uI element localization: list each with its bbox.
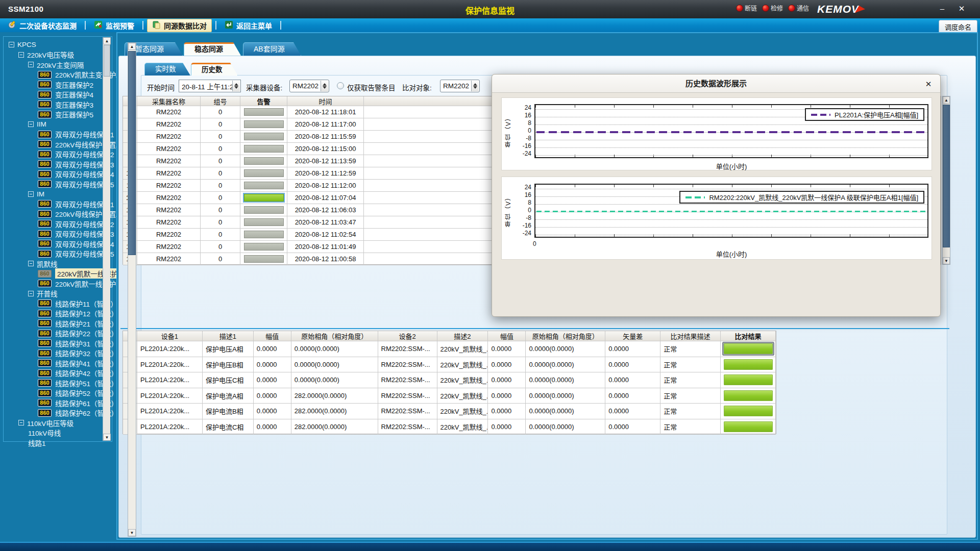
column-header[interactable]: 采集器名称	[137, 96, 201, 106]
tree-expander-icon[interactable]	[28, 291, 34, 296]
tree-item[interactable]: 110kV电压等级	[5, 418, 103, 428]
toolbar-button-3[interactable]: 同源数据比对	[147, 19, 212, 32]
alarm-only-radio[interactable]	[337, 82, 344, 89]
compare-target-spinner[interactable]	[471, 81, 479, 91]
table-scroll-thumb[interactable]	[943, 105, 950, 247]
column-header[interactable]: 原始相角（相对角度）	[291, 331, 378, 341]
tree-item[interactable]: IIM	[5, 119, 103, 130]
tree-item[interactable]: 860线路保护52（智能）	[5, 388, 103, 398]
tree-item[interactable]: 860220kV母线保护装置A	[5, 139, 103, 149]
column-header[interactable]: 时间	[287, 96, 364, 106]
column-header[interactable]: 矢量差	[605, 331, 660, 341]
column-header[interactable]: 描述1	[203, 331, 254, 341]
tree-item[interactable]: 860线路保护21（智能）	[5, 318, 103, 329]
table-row[interactable]: 0PL2201A:220k...保护电压A相0.00000.0000(0.000…	[123, 341, 776, 357]
collector-device-spinner[interactable]	[321, 81, 328, 91]
tree-item[interactable]: 860双母双分母线保护4	[5, 169, 103, 180]
tree-expander-icon[interactable]	[18, 52, 24, 58]
subtab-实时数据[interactable]: 实时数据	[144, 63, 190, 76]
tree-expander-icon[interactable]	[28, 62, 34, 67]
tree-item[interactable]: 860线路保护31（智能）	[5, 338, 103, 348]
tree-item[interactable]: 860变压器保护4	[5, 90, 103, 100]
column-header[interactable]: 幅值	[254, 331, 291, 341]
tree-item[interactable]: 860双母双分母线保护3	[5, 229, 103, 239]
tree-item[interactable]: 860线路保护42（智能）	[5, 368, 103, 379]
tree-scroll-thumb[interactable]	[104, 45, 110, 77]
tree-expander-icon[interactable]	[18, 420, 24, 425]
table-scrollbar[interactable]: ▲ ▼	[942, 96, 950, 265]
tree-expander-icon[interactable]	[28, 261, 34, 266]
table-scroll-down-icon[interactable]: ▼	[943, 257, 950, 264]
dialog-close-icon[interactable]: ✕	[923, 79, 934, 90]
tree-item[interactable]: 860线路保护11（智能）	[5, 298, 103, 309]
column-header[interactable]: 比对结果	[721, 331, 776, 341]
column-header[interactable]: 幅值	[488, 331, 526, 341]
tree-item[interactable]: 860双母双分母线保护1	[5, 199, 103, 209]
column-header[interactable]: 描述2	[437, 331, 488, 341]
content-scrollbar[interactable]: ▲ ▼	[128, 42, 136, 537]
tree-scroll-up-icon[interactable]: ▲	[103, 37, 111, 44]
toolbar-button-1[interactable]: 二次设备状态监测	[3, 19, 81, 32]
window-close-button[interactable]: ✕	[954, 3, 969, 14]
tree-scrollbar[interactable]: ▲ ▼	[103, 37, 110, 441]
tree-item[interactable]: 860线路保护51（智能）	[5, 378, 103, 388]
tab-稳态同源[interactable]: 稳态同源	[184, 42, 241, 56]
tree-item[interactable]: 860双母双分母线保护4	[5, 239, 103, 249]
tree-item[interactable]: 线路1	[5, 438, 103, 448]
start-time-input[interactable]: 20-8-11 上午11:22	[179, 80, 241, 92]
table-row[interactable]: 2PL2201A:220k...保护电压C相0.00000.0000(0.000…	[123, 372, 776, 388]
toolbar-button-2[interactable]: 监视预警	[89, 19, 139, 32]
content-scroll-thumb[interactable]	[128, 51, 136, 255]
minimize-button[interactable]: –	[935, 3, 949, 14]
tree-item[interactable]: 860变压器保护3	[5, 99, 103, 110]
table-row[interactable]: 5PL2201A:220k...保护电流C相0.0000282.0000(0.0…	[123, 419, 776, 435]
tree-item[interactable]: 凯默线	[5, 259, 103, 269]
tree-expander-icon[interactable]	[28, 121, 34, 127]
table-row[interactable]: 3PL2201A:220k...保护电流A相0.0000282.0000(0.0…	[123, 388, 776, 404]
table-row[interactable]: 4PL2201A:220k...保护电流B相0.0000282.0000(0.0…	[123, 404, 776, 419]
tree-item[interactable]: 860变压器保护2	[5, 80, 103, 90]
dialog-title-bar[interactable]: 历史数据波形展示	[492, 74, 940, 93]
tree-item[interactable]: 860线路保护41（智能）	[5, 358, 103, 368]
column-header[interactable]: 告警	[240, 96, 287, 106]
tree-item[interactable]: 110kV母线	[5, 428, 103, 438]
collector-device-select[interactable]: RM2202	[289, 80, 329, 92]
tree-item[interactable]: 860线路保护22（智能）	[5, 329, 103, 339]
tree-item[interactable]: 220kV电压等级	[5, 50, 103, 60]
tree-item[interactable]: IM	[5, 189, 103, 199]
table-scroll-up-icon[interactable]: ▲	[943, 96, 950, 104]
tree-expander-icon[interactable]	[28, 191, 34, 197]
tree-item[interactable]: 860双母双分母线保护1	[5, 130, 103, 140]
tree-item[interactable]: 220kV主变间隔	[5, 60, 103, 70]
column-header[interactable]: 组号	[201, 96, 240, 106]
tree-item[interactable]: 860线路保护62（智能）	[5, 408, 103, 418]
tree-item[interactable]: 860220kV凯默一线保护B	[5, 279, 103, 289]
dispatch-naming-button[interactable]: 调度命名	[939, 20, 977, 34]
column-header[interactable]: 设备1	[137, 331, 203, 341]
tree-expander-icon[interactable]	[9, 42, 14, 47]
tree-item[interactable]: 860双母双分母线保护5	[5, 249, 103, 259]
column-header[interactable]: 原始相角（相对角度）	[526, 331, 605, 341]
tab-AB套同源[interactable]: AB套同源	[243, 42, 301, 56]
content-scroll-down-icon[interactable]: ▼	[128, 529, 136, 536]
tree-item[interactable]: 860线路保护61（智能）	[5, 398, 103, 408]
tree-item[interactable]: 860线路保护32（智能）	[5, 348, 103, 359]
tree-item[interactable]: 开普线	[5, 289, 103, 299]
tree-item[interactable]: 860双母双分母线保护5	[5, 179, 103, 189]
column-header[interactable]: 设备2	[378, 331, 437, 341]
tree-item[interactable]: 860双母双分母线保护3	[5, 159, 103, 169]
tree-item[interactable]: 860变压器保护5	[5, 110, 103, 120]
tree-item[interactable]: 860线路保护12（智能）	[5, 309, 103, 319]
subtab-历史数据[interactable]: 历史数据	[191, 63, 238, 76]
tree-item[interactable]: KPCS	[5, 40, 103, 50]
start-time-spinner[interactable]	[232, 81, 240, 91]
tree-item[interactable]: 860220kV凯默一线保护A	[5, 269, 103, 279]
toolbar-button-4[interactable]: 返回主菜单	[220, 19, 277, 32]
tree-item[interactable]: 860双母双分母线保护2	[5, 219, 103, 229]
tree-item[interactable]: 860220kV凯默主变保护A	[5, 70, 103, 80]
tree-scroll-down-icon[interactable]: ▼	[103, 434, 111, 441]
compare-target-select[interactable]: RM2202	[440, 80, 480, 92]
content-scroll-up-icon[interactable]: ▲	[128, 43, 136, 50]
tree-item[interactable]: 860220kV母线保护装置A	[5, 209, 103, 219]
table-row[interactable]: 1PL2201A:220k...保护电压B相0.00000.0000(0.000…	[123, 357, 776, 373]
